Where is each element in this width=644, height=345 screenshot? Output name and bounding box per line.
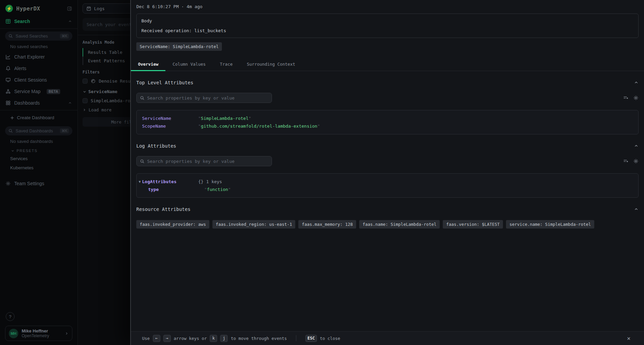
saved-searches-search[interactable]: ⌘K [5, 31, 72, 41]
chevron-up-icon[interactable] [634, 207, 639, 212]
load-more-button[interactable]: Load more [83, 107, 130, 112]
app-title: HyperDX [16, 5, 67, 12]
event-detail-drawer: Dec 8 6:10:27 PM · 4m ago Body Received … [130, 0, 644, 345]
servicename-filter-group[interactable]: ServiceName [83, 89, 130, 94]
sidebar-item-label: Team Settings [14, 181, 44, 186]
triangle-down-icon[interactable]: ▼ [139, 178, 142, 186]
attribute-meta: {} 1 keys [198, 178, 222, 186]
tab-trace[interactable]: Trace [213, 58, 240, 71]
log-attrs-search-row [136, 156, 639, 166]
chevron-up-icon[interactable] [634, 144, 639, 148]
resource-attribute-chips: faas.invoked_provider: aws faas.invoked_… [136, 220, 639, 229]
resource-chip[interactable]: faas.max_memory: 128 [298, 220, 356, 229]
more-filters-button[interactable]: More filters [83, 117, 130, 127]
sidebar-item-client-sessions[interactable]: Client Sessions [0, 74, 77, 86]
esc-key: ESC [305, 335, 317, 342]
collapse-sidebar-icon[interactable] [67, 6, 72, 11]
presets-toggle[interactable]: PRESETS [0, 146, 77, 154]
search-icon [140, 159, 144, 164]
arrow-right-key: → [163, 335, 171, 342]
chevron-up-icon[interactable] [634, 80, 639, 85]
beta-badge: BETA [47, 89, 60, 94]
tab-overview[interactable]: Overview [131, 58, 165, 71]
app-root: ⚡ HyperDX Search ⌘K No saved searches Ch… [0, 0, 644, 345]
sidebar-item-search[interactable]: Search [0, 16, 77, 27]
servicename-value-label: SimpleLambda-rotel [91, 98, 130, 103]
source-selector-label: Logs [94, 6, 105, 11]
tab-surrounding-context[interactable]: Surrounding Context [240, 58, 302, 71]
preset-item-kubernetes[interactable]: Kubernetes [0, 163, 77, 172]
attribute-key: LogAttributes [142, 178, 198, 186]
servicename-filter-value[interactable]: SimpleLambda-rotel [83, 98, 130, 103]
user-menu[interactable]: MH Mike Heffner OpenTelemetry [5, 326, 72, 341]
sidebar-item-label: Service Map [14, 89, 41, 94]
mode-event-patterns[interactable]: Event Patterns [83, 57, 130, 65]
resource-chip[interactable]: faas.version: $LATEST [443, 220, 503, 229]
search-tools [623, 95, 639, 101]
gear-icon[interactable] [633, 95, 639, 101]
close-icon[interactable]: ✕ [627, 335, 630, 342]
user-org: OpenTelemetry [22, 333, 61, 338]
logs-panel: Logs Analysis Mode Results Table Event P… [78, 0, 130, 345]
service-name-chip[interactable]: ServiceName: SimpleLambda-rotel [136, 42, 222, 51]
gear-icon[interactable] [633, 158, 639, 164]
top-level-attributes-header[interactable]: Top Level Attributes [136, 80, 639, 85]
attribute-row[interactable]: ServiceName SimpleLambda-rotel [142, 114, 633, 122]
resource-chip[interactable]: faas.invoked_provider: aws [136, 220, 209, 229]
bell-icon [5, 66, 11, 71]
create-dashboard-button[interactable]: Create Dashboard [0, 112, 77, 124]
log-attributes-table: ▼ LogAttributes {} 1 keys type function [136, 173, 639, 198]
attribute-row[interactable]: ScopeName github.com/streamfold/rotel-la… [142, 122, 633, 130]
resource-attributes-header[interactable]: Resource Attributes [136, 207, 639, 212]
footer-close-text: to close [320, 336, 340, 341]
chevron-right-icon [65, 331, 69, 336]
attribute-key: ScopeName [142, 122, 198, 130]
chevron-up-icon[interactable] [68, 101, 72, 105]
attribute-row[interactable]: type function [148, 186, 633, 193]
property-search[interactable] [136, 93, 272, 103]
event-search-input[interactable] [87, 22, 130, 27]
mode-results-table[interactable]: Results Table [83, 48, 130, 57]
sidebar-item-service-map[interactable]: Service Map BETA [0, 86, 77, 97]
sidebar-item-dashboards[interactable]: Dashboards [0, 97, 77, 109]
attribute-group-row[interactable]: ▼ LogAttributes {} 1 keys [142, 178, 633, 186]
user-name: Mike Heffner [22, 328, 61, 333]
property-search-input[interactable] [147, 95, 268, 101]
denoise-checkbox[interactable] [83, 79, 88, 84]
filter-lines-icon[interactable] [623, 158, 628, 164]
property-search-input[interactable] [147, 159, 268, 164]
sidebar-item-label: Dashboards [14, 100, 40, 106]
denoise-label: Denoise Results [99, 79, 130, 84]
resource-chip[interactable]: service.name: SimpleLambda-rotel [506, 220, 594, 229]
divider [78, 35, 130, 35]
chevron-down-icon [11, 149, 15, 153]
saved-dashboards-input[interactable] [16, 128, 57, 133]
resource-chip[interactable]: faas.invoked_region: us-east-1 [212, 220, 296, 229]
event-search[interactable] [83, 18, 130, 31]
resource-chip[interactable]: faas.name: SimpleLambda-rotel [359, 220, 440, 229]
log-attributes-header[interactable]: Log Attributes [136, 143, 639, 149]
saved-dashboards-search[interactable]: ⌘K [5, 126, 72, 135]
filter-lines-icon[interactable] [623, 95, 628, 101]
sidebar-item-chart-explorer[interactable]: Chart Explorer [0, 51, 77, 63]
property-search[interactable] [136, 156, 272, 166]
sidebar-item-label: Client Sessions [14, 77, 47, 83]
sidebar-item-team-settings[interactable]: Team Settings [0, 178, 77, 189]
attribute-value: SimpleLambda-rotel [198, 114, 251, 122]
tab-column-values[interactable]: Column Values [165, 58, 213, 71]
attribute-key: type [148, 186, 204, 193]
saved-searches-input[interactable] [16, 34, 57, 39]
sidebar-item-alerts[interactable]: Alerts [0, 63, 77, 74]
user-meta: Mike Heffner OpenTelemetry [22, 328, 61, 338]
source-selector-button[interactable]: Logs [83, 3, 130, 14]
preset-item-services[interactable]: Services [0, 154, 77, 163]
chevron-up-icon[interactable] [68, 19, 72, 23]
servicename-checkbox[interactable] [83, 98, 88, 103]
denoise-filter-row[interactable]: Denoise Results [83, 79, 130, 84]
sidebar: ⚡ HyperDX Search ⌘K No saved searches Ch… [0, 0, 78, 345]
help-button[interactable]: ? [6, 312, 15, 321]
footer-use-text: Use [142, 336, 150, 341]
sidebar-item-label: Alerts [14, 66, 26, 71]
divider [0, 110, 77, 110]
section-title: Log Attributes [136, 143, 176, 149]
